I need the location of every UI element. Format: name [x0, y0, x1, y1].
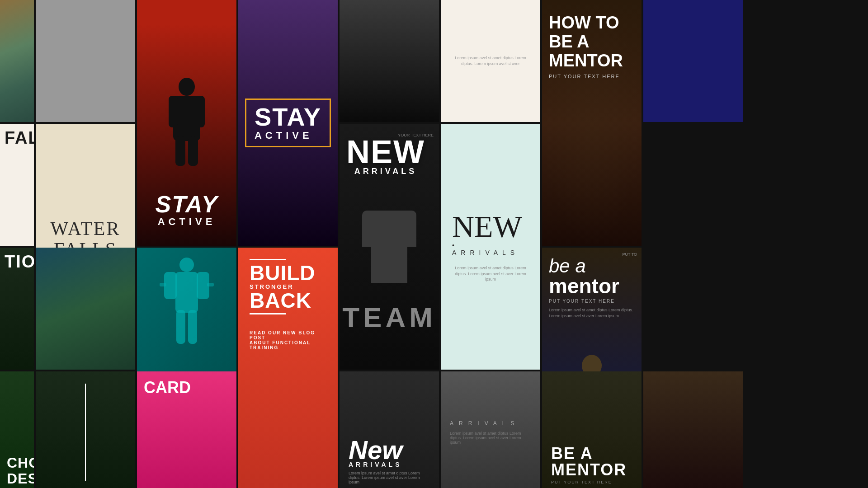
put-text-right: PUT TO — [622, 252, 637, 257]
lorem-text: Lorem ipsum avel st amet diptus Lorem di… — [441, 46, 540, 76]
put-text-here: PUT YOUR TEXT HERE — [549, 74, 635, 79]
svg-rect-12 — [160, 283, 166, 286]
card-dark-city[interactable] — [340, 0, 439, 122]
team-text: TEAM — [340, 301, 439, 333]
card-gray-blank[interactable] — [36, 0, 135, 122]
card-lorem-light[interactable]: Lorem ipsum avel st amet diptus Lorem di… — [441, 0, 540, 122]
svg-point-6 — [179, 258, 194, 272]
main-grid: STAY ACTIVE STAY ACTIVE Lorem ipsum avel… — [0, 0, 868, 488]
active-box-sub: ACTIVE — [255, 130, 321, 141]
read-blog-red: READ OUR NEW BLOG POST — [250, 330, 326, 340]
new-big: NEW — [346, 137, 425, 167]
person-silhouette-icon — [160, 78, 214, 168]
card-pink-bright[interactable]: CARD — [137, 371, 236, 488]
card-tion-partial[interactable]: TION — [0, 248, 34, 370]
card-build-back-red[interactable]: BUILD STRONGER BACK READ OUR NEW BLOG PO… — [238, 248, 338, 488]
card-stay-active-dark[interactable]: STAY ACTIVE — [137, 0, 236, 246]
svg-rect-11 — [188, 310, 197, 344]
card-how-mentor[interactable]: HOW TO BE A MENTOR PUT YOUR TEXT HERE — [542, 0, 642, 246]
arrivals-bottom: ARRIVALS — [349, 461, 430, 468]
active-sub: ACTIVE — [144, 216, 230, 228]
card-new-arrivals-light[interactable]: NEW • ARRIVALS Lorem ipsum avel st amet … — [441, 124, 540, 370]
svg-rect-10 — [176, 310, 185, 344]
card-dark-choose2[interactable] — [36, 371, 135, 488]
arrivals-elegant: • ARRIVALS — [452, 242, 529, 256]
svg-rect-13 — [207, 283, 214, 286]
lorem-elegant: Lorem ipsum avel st amet diptus Lorem di… — [452, 265, 529, 282]
svg-rect-3 — [196, 96, 205, 127]
how-mentor-title: HOW TO BE A MENTOR — [549, 14, 635, 70]
card-dark-mentor2[interactable] — [643, 371, 743, 488]
svg-rect-7 — [175, 272, 198, 313]
arrivals-sub: ARRIVALS — [346, 167, 425, 176]
arrivals-spaced: ARRIVALS — [450, 420, 531, 427]
stay-box: STAY ACTIVE — [245, 99, 331, 147]
about-functional-red: ABOUT FUNCTIONAL TRAINING — [250, 340, 326, 350]
put-text-bottom: PUT YOUR TEXT HERE — [551, 480, 632, 484]
lorem-bottom: Lorem ipsum avel st amet diptus Lorem di… — [349, 471, 430, 484]
svg-rect-2 — [169, 96, 178, 127]
card-text: CARD — [144, 378, 230, 397]
card-choose-dest[interactable]: CHOOSE DESTINATION — [0, 371, 34, 488]
stay-box-title: STAY — [255, 104, 321, 130]
mentor-text: mentor — [549, 274, 619, 298]
lorem-gray: Lorem ipsum avel st amet diptus Lorem di… — [450, 431, 531, 445]
be-mentor-text: be a mentor — [549, 257, 635, 296]
water-title: WATER — [51, 218, 121, 239]
new-elegant: NEW — [452, 211, 529, 242]
card-be-mentor-bottom[interactable]: BE A MENTOR PUT YOUR TEXT HERE — [542, 371, 642, 488]
build-red-title: BUILD — [250, 263, 326, 283]
be-mentor-bottom: BE A MENTOR — [551, 446, 632, 478]
back-red-title: BACK — [250, 290, 326, 311]
card-aerial-landscape[interactable] — [0, 0, 34, 122]
fitness-silhouette-icon — [157, 257, 216, 347]
new-script: New — [349, 439, 430, 461]
card-stay-active-box[interactable]: STAY ACTIVE — [238, 0, 338, 246]
svg-rect-4 — [175, 136, 185, 166]
card-new-arrivals-photo[interactable]: TEAM YOUR TEXT HERE NEW ARRIVALS — [340, 124, 439, 370]
card-arrivals-gray[interactable]: ARRIVALS Lorem ipsum avel st amet diptus… — [441, 371, 540, 488]
falls-text: FALLS — [5, 128, 29, 148]
card-new-arrivals-dark[interactable]: New ARRIVALS Lorem ipsum avel st amet di… — [340, 371, 439, 488]
be-a: be a — [549, 255, 586, 277]
tion-text: TION — [5, 252, 29, 272]
card-blue-right[interactable] — [643, 0, 743, 122]
svg-rect-5 — [188, 136, 198, 166]
card-landscape-bottom[interactable] — [36, 248, 135, 370]
lorem-mentor: Lorem ipsum avel st amet diptus Lorem di… — [549, 307, 635, 319]
card-falls-partial[interactable]: FALLS — [0, 124, 34, 246]
svg-point-0 — [179, 78, 195, 96]
divider-line — [85, 384, 86, 481]
stay-title: STAY — [144, 192, 230, 216]
put-text-mentor: PUT YOUR TEXT HERE — [549, 299, 635, 304]
choose-dest-text: CHOOSE DESTINATION — [7, 455, 27, 487]
